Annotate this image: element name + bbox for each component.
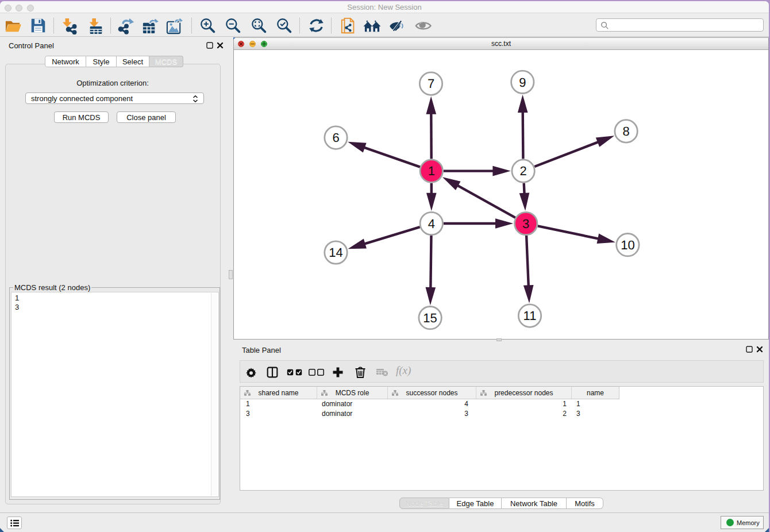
svg-text:1: 1 <box>428 164 435 178</box>
svg-text:14: 14 <box>329 245 342 260</box>
svg-text:11: 11 <box>523 309 537 323</box>
svg-text:3: 3 <box>522 217 529 231</box>
svg-text:2: 2 <box>519 164 526 178</box>
svg-text:10: 10 <box>621 238 634 252</box>
svg-text:6: 6 <box>332 130 339 145</box>
svg-text:4: 4 <box>428 217 435 231</box>
svg-text:7: 7 <box>428 76 434 91</box>
svg-text:8: 8 <box>622 124 629 138</box>
svg-text:15: 15 <box>423 311 437 325</box>
svg-text:9: 9 <box>519 75 526 90</box>
